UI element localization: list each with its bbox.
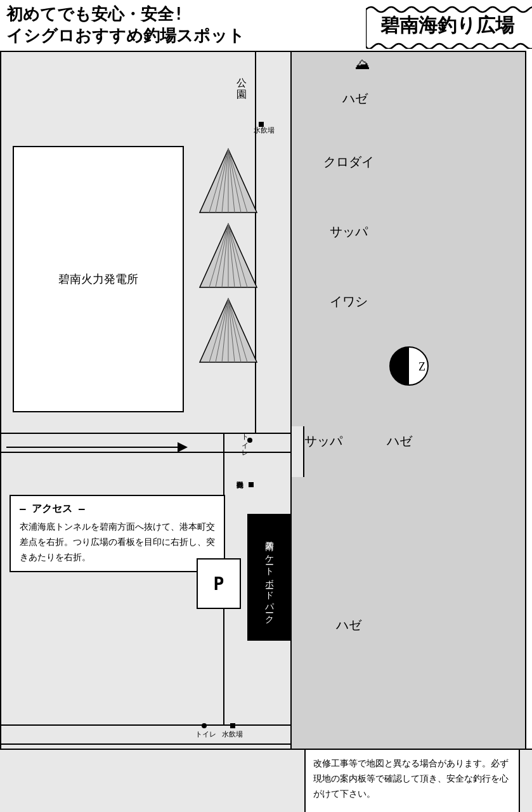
fish-haze-3: ハゼ: [336, 617, 361, 634]
fan-1: [197, 146, 260, 216]
fish-sappa-2: サッパ: [304, 433, 342, 450]
banner-text: 碧南海釣り広場: [369, 8, 526, 44]
fish-haze-2: ハゼ: [387, 433, 412, 450]
fan-3: [197, 296, 260, 365]
skatepark-label: 碧南スケートボードパーク: [263, 534, 276, 620]
parking-box: P: [197, 558, 241, 609]
sea-area: ⛰ ハゼ クロダイ サッパ イワシ サッパ ハゼ ハゼ Z: [292, 51, 526, 761]
water-bottom-label: 水飲場: [222, 730, 243, 739]
subtitle: 初めてでも安心・安全!: [6, 4, 369, 25]
main-title: イシグロおすすめ釣場スポット: [6, 25, 369, 47]
park-label: 公 園: [235, 70, 248, 84]
disclaimer-box: 改修工事等で地図と異なる場合があります。必ず現地の案内板等で確認して頂き、安全な…: [304, 749, 520, 812]
mountain-icon: ⛰: [355, 55, 370, 73]
toilet-bottom-dot: [202, 723, 207, 728]
header: 初めてでも安心・安全! イシグロおすすめ釣場スポット 碧南海釣り広場: [0, 0, 532, 51]
fans-decorative: [197, 146, 260, 400]
svg-text:Z: Z: [418, 360, 425, 373]
dock-notch: [292, 426, 304, 477]
skatepark-box: 碧南スケートボードパーク: [247, 514, 292, 641]
fish-sappa-1: サッパ: [330, 223, 368, 240]
water-bottom-dot: [230, 723, 235, 728]
toilet-bottom-label: トイレ: [195, 730, 216, 739]
access-title: アクセス: [20, 502, 215, 516]
arrow-line: [6, 447, 178, 448]
banner-wrapper: 碧南海釣り広場: [369, 8, 526, 44]
direction-arrow: [6, 438, 209, 457]
fish-haze-1: ハゼ: [342, 90, 368, 107]
power-plant-box: 碧南火力発電所: [13, 146, 184, 412]
road-divider-1: [1, 433, 293, 434]
wind-indicator: Z: [387, 344, 431, 388]
road-divider-3: [1, 724, 293, 726]
power-plant-label: 碧南火力発電所: [58, 272, 138, 287]
header-left: 初めてでも安心・安全! イシグロおすすめ釣場スポット: [6, 4, 369, 47]
arrow-head: [178, 442, 188, 452]
road-divider-4: [1, 743, 293, 745]
access-text: 衣浦海底トンネルを碧南方面へ抜けて、港本町交差点を右折。つり広場の看板を目印に右…: [20, 520, 215, 565]
vending-machine-dot: [249, 482, 254, 487]
disclaimer-text: 改修工事等で地図と異なる場合があります。必ず現地の案内板等で確認して頂き、安全な…: [313, 756, 511, 801]
toilet-label-top: トイレ: [240, 429, 249, 454]
water-fountain-label-top: 水飲場: [254, 126, 275, 135]
fish-kurodai: クロダイ: [323, 154, 374, 171]
fish-iwashi: イワシ: [330, 293, 368, 310]
access-box: アクセス 衣浦海底トンネルを碧南方面へ抜けて、港本町交差点を右折。つり広場の看板…: [10, 495, 225, 572]
fan-2: [197, 221, 260, 291]
map-container: 碧南火力発電所 公 園 水飲場: [0, 51, 532, 812]
parking-label: P: [214, 573, 224, 594]
